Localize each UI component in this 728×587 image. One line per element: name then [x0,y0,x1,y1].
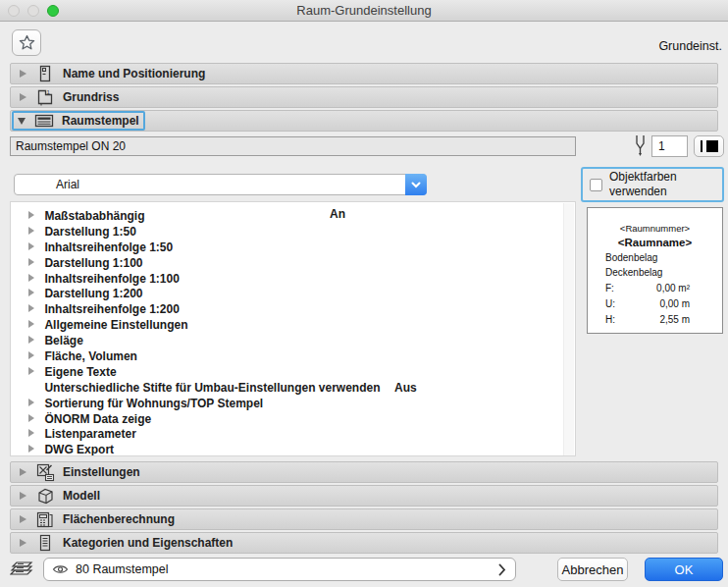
tree-item[interactable]: Inhaltsreihenfolge 1:200 [11,300,575,316]
favorites-hint-label: Grundeinst. [658,39,722,53]
disclosure-collapsed-icon [28,289,34,296]
section-header-einstellungen[interactable]: Einstellungen [10,461,718,483]
preview-metric-row: U: 0,00 m [605,298,722,309]
pen-weight-sample [701,140,702,152]
disclosure-collapsed-icon [28,258,34,266]
section-label: Kategorien und Eigenschaften [63,536,233,550]
tree-item[interactable]: Allgemeine Einstellungen [11,316,575,332]
pen-icon [632,133,649,158]
tree-item[interactable]: DWG Export [11,441,575,456]
objektfarben-group: Objektfarben verwenden [581,167,724,202]
tree-item[interactable]: Maßstababhängig An [11,207,575,223]
disclosure-collapsed-icon [20,515,26,523]
tree-item[interactable]: Inhaltsreihenfolge 1:50 [11,239,575,254]
pen-color-button[interactable] [694,135,724,157]
preview-deckenbelag: Deckenbelag [605,267,722,278]
disclosure-collapsed-icon [28,351,34,359]
chevron-down-icon [405,174,427,195]
raumstempel-icon [34,112,54,130]
tool-favorite-selector[interactable]: 80 Raumstempel [43,558,516,581]
objektfarben-label: Objektfarben verwenden [609,170,715,199]
section-header-grundriss[interactable]: 1 Grundriss [10,86,718,108]
preview-raumnummer: <Raumnummer> [588,223,722,234]
disclosure-collapsed-icon [28,320,34,328]
tree-item[interactable]: Darstellung 1:200 [11,285,575,300]
disclosure-collapsed-icon [28,227,34,235]
section-label: Modell [63,489,100,503]
favorites-button[interactable] [12,29,41,56]
cancel-button[interactable]: Abbrechen [557,558,628,581]
preview-metric-row: H: 2,55 m [605,314,722,325]
name-position-icon [35,65,55,82]
tree-item[interactable]: Darstellung 1:100 [11,254,575,270]
kategorien-icon [35,534,55,552]
tree-item[interactable]: Eigene Texte [11,363,575,379]
flaechenberechnung-icon [35,510,55,528]
pen-number-input[interactable] [651,135,688,157]
grundriss-icon: 1 [35,88,55,106]
disclosure-collapsed-icon [28,445,34,453]
section-label: Name und Positionierung [63,67,205,80]
stamp-name-input[interactable] [10,136,576,156]
window-title: Raum-Grundeinstellung [0,3,728,18]
preview-metric-row: F: 0,00 m² [605,283,722,294]
tree-item[interactable]: Darstellung 1:50 [11,223,575,239]
tree-item[interactable]: Listenparameter [11,425,575,441]
ok-button[interactable]: OK [645,558,723,581]
modell-icon [35,487,55,505]
eye-icon [52,563,69,575]
section-label: Raumstempel [62,114,139,128]
einstellungen-icon [35,463,55,481]
disclosure-collapsed-icon [28,336,34,344]
raum-grundeinstellung-dialog: Raum-Grundeinstellung Grundeinst. Name u… [0,0,728,587]
disclosure-collapsed-icon [20,539,26,547]
titlebar[interactable]: Raum-Grundeinstellung [0,0,728,22]
section-header-modell[interactable]: Modell [10,485,718,507]
chevron-right-icon [498,563,506,576]
tree-item[interactable]: Beläge [11,332,575,347]
svg-text:1: 1 [47,89,51,95]
section-label: Einstellungen [63,465,140,479]
section-header-kategorien-und-eigenschaften[interactable]: Kategorien und Eigenschaften [10,532,718,554]
disclosure-collapsed-icon [28,429,34,437]
stamp-parameter-tree[interactable]: Maßstababhängig An Darstellung 1:50 Inha… [10,201,576,456]
disclosure-collapsed-icon [28,211,34,219]
font-dropdown[interactable]: Arial [14,174,427,195]
disclosure-collapsed-icon [20,468,26,476]
layers-icon [10,559,37,580]
section-header-flaechenberechnung[interactable]: Flächenberechnung [10,508,718,530]
disclosure-expanded-icon [18,118,26,125]
section-label: Grundriss [63,90,119,104]
preview-raumname: <Raumname> [588,237,722,248]
section-header-raumstempel[interactable]: Raumstempel [10,110,718,132]
disclosure-collapsed-icon [28,367,34,375]
disclosure-collapsed-icon [20,70,26,78]
disclosure-collapsed-icon [20,492,26,500]
disclosure-collapsed-icon [28,399,34,406]
preview-bodenbelag: Bodenbelag [605,252,722,263]
section-header-name-und-positionierung[interactable]: Name und Positionierung [10,63,718,84]
disclosure-collapsed-icon [28,304,34,312]
disclosure-collapsed-icon [28,242,34,250]
disclosure-collapsed-icon [28,274,34,282]
tree-item[interactable]: ÖNORM Data zeige [11,410,575,426]
stamp-preview-panel: <Raumnummer> <Raumname> Bodenbelag Decke… [587,207,723,334]
pen-color-swatch [706,140,718,152]
disclosure-collapsed-icon [28,414,34,422]
disclosure-collapsed-icon [20,93,26,101]
objektfarben-checkbox[interactable] [590,179,602,191]
tree-item[interactable]: Sortierung für Wohnungs/TOP Stempel [11,395,575,410]
tree-item[interactable]: Unterschiedliche Stifte für Umbau-Einste… [11,379,575,395]
tree-item[interactable]: Inhaltsreihenfolge 1:100 [11,270,575,286]
star-icon [18,34,36,52]
font-name-value: Arial [15,178,79,191]
section-label: Flächenberechnung [63,512,175,526]
tree-item[interactable]: Fläche, Volumen [11,347,575,363]
selected-tool-label: 80 Raumstempel [76,562,169,576]
